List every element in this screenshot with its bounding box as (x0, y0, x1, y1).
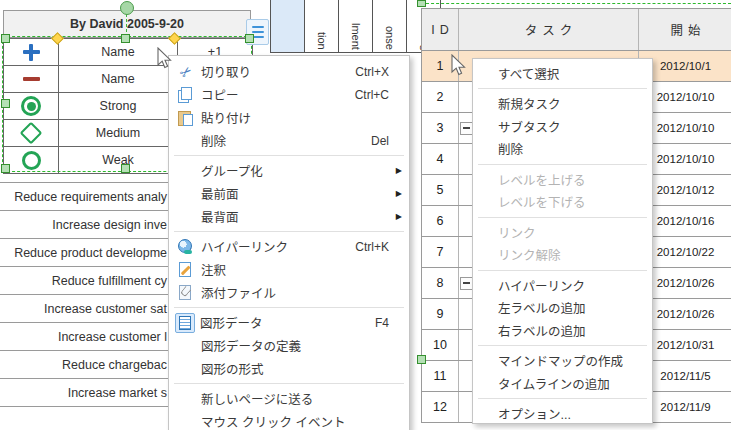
menu-item-icon (175, 207, 196, 226)
plus (19, 40, 43, 64)
separator[interactable] (169, 380, 409, 387)
menu-item-icon (175, 412, 196, 430)
disabled[interactable]: リンク解除 (473, 244, 652, 267)
selection-handle[interactable] (1, 99, 10, 108)
menu-item[interactable]: 最前面 ▶ (169, 182, 409, 205)
gantt-row-id: 5 (422, 175, 459, 205)
menu-item[interactable]: 左ラベルの追加 (473, 297, 652, 320)
menu-item-label: 添付ファイル (201, 283, 276, 302)
menu-item-shortcut: Ctrl+X (355, 65, 389, 79)
selection-handle[interactable] (1, 34, 10, 43)
menu-item-label: 切り取り (201, 62, 251, 81)
menu-item[interactable]: 貼り付け (169, 106, 409, 129)
menu-item[interactable]: オプション... (473, 403, 652, 426)
menu-item-label: 最背面 (201, 207, 239, 226)
matrix-column-headers: tion lment onse s (270, 0, 441, 53)
menu-item[interactable]: 図形の形式 (169, 357, 409, 380)
legend-label: Name (59, 66, 178, 92)
separator[interactable] (473, 342, 652, 350)
legend-label: Name (59, 39, 178, 65)
menu-item-label: グループ化 (201, 161, 263, 180)
diamond (19, 121, 43, 145)
menu-item-label: コピー (201, 85, 239, 104)
matrix-column-header[interactable]: lment (338, 0, 372, 52)
separator[interactable] (473, 395, 652, 403)
globe-icon (175, 237, 196, 256)
separator[interactable] (169, 152, 409, 159)
menu-item[interactable]: すべて選択 (473, 62, 652, 85)
submenu-arrow-icon: ▶ (393, 189, 402, 198)
menu-item[interactable]: 図形データ F4 (169, 311, 409, 334)
legend-label: Medium (59, 120, 178, 146)
menu-item[interactable]: グループ化 ▶ (169, 159, 409, 182)
menu-item[interactable]: コピー Ctrl+C (169, 83, 409, 106)
selection-handle[interactable] (121, 34, 130, 43)
gantt-row-id: 11 (422, 361, 459, 391)
menu-item-label: 図形データの定義 (201, 336, 301, 355)
menu-item[interactable]: 新しいページに送る (169, 387, 409, 410)
separator[interactable] (473, 160, 652, 168)
menu-item-shortcut: Ctrl+C (355, 88, 389, 102)
separator[interactable] (473, 213, 652, 221)
menu-item[interactable]: 削除 Del (169, 129, 409, 152)
disabled[interactable]: レベルを上げる (473, 168, 652, 191)
menu-item-label: 削除 (201, 131, 226, 150)
double-circle (19, 94, 43, 118)
menu-item-label: 図形の形式 (201, 359, 264, 378)
menu-item[interactable]: 削除 (473, 138, 652, 161)
menu-item[interactable]: ハイパーリンク Ctrl+K (169, 235, 409, 258)
selection-handle[interactable] (245, 34, 254, 43)
separator[interactable] (473, 266, 652, 274)
blue[interactable] (270, 0, 304, 52)
menu-item-icon (175, 389, 196, 408)
circle (19, 148, 43, 172)
selection-handle[interactable] (121, 164, 130, 173)
menu-item[interactable]: 図形データの定義 (169, 334, 409, 357)
menu-item[interactable]: ハイパーリンク (473, 274, 652, 297)
selection-handle[interactable] (417, 0, 426, 7)
menu-item[interactable]: マウス クリック イベント (169, 410, 409, 430)
menu-item-label: 新しいページに送る (201, 389, 313, 408)
rotation-handle[interactable] (120, 1, 134, 15)
gantt-context-menu: すべて選択新規タスクサブタスク削除レベルを上げるレベルを下げるリンクリンク解除ハ… (472, 58, 653, 424)
app-canvas: By David 2005-9-20 Name +1 Name Strong M… (0, 0, 731, 430)
legend-label: Weak (59, 147, 178, 173)
selection-handle[interactable] (1, 164, 10, 173)
paperclip-icon (175, 283, 196, 302)
menu-item[interactable]: 右ラベルの追加 (473, 319, 652, 342)
menu-item-label: 貼り付け (201, 108, 251, 127)
gantt-selection-dash (421, 3, 731, 4)
menu-item[interactable]: タイムラインの追加 (473, 372, 652, 395)
rotated-header-label: lment (350, 23, 362, 50)
menu-item-icon (175, 359, 196, 378)
menu-item[interactable]: 注釈 (169, 258, 409, 281)
separator[interactable] (169, 228, 409, 235)
submenu-arrow-icon: ▶ (393, 212, 402, 221)
menu-item[interactable]: 最背面 ▶ (169, 205, 409, 228)
gantt-row-id: 6 (422, 206, 459, 236)
menu-item-label: ハイパーリンク (201, 237, 288, 256)
disabled[interactable]: レベルを下げる (473, 191, 652, 214)
menu-item-icon (175, 184, 196, 203)
matrix-column-header[interactable]: tion (304, 0, 338, 52)
menu-item[interactable]: 切り取り Ctrl+X (169, 60, 409, 83)
shape-data-icon (175, 313, 195, 333)
menu-item[interactable]: マインドマップの作成 (473, 350, 652, 373)
separator[interactable] (473, 85, 652, 93)
rotated-header-label: tion (316, 32, 328, 50)
paste-icon (175, 108, 196, 127)
menu-item[interactable]: 新規タスク (473, 93, 652, 116)
disabled[interactable]: リンク (473, 221, 652, 244)
menu-item[interactable]: サブタスク (473, 115, 652, 138)
menu-item[interactable]: 添付ファイル (169, 281, 409, 304)
selection-handle[interactable] (417, 355, 426, 364)
menu-item-shortcut: Ctrl+K (355, 240, 389, 254)
gantt-header-start: 開始 (639, 9, 731, 50)
legend-label: Strong (59, 93, 178, 119)
gantt-row-id: 12 (422, 392, 459, 422)
minus (19, 67, 43, 91)
gantt-row-id: 8 (422, 268, 459, 298)
matrix-column-header[interactable]: onse (372, 0, 406, 52)
gantt-row-id: 2 (422, 82, 459, 112)
separator[interactable] (169, 304, 409, 311)
